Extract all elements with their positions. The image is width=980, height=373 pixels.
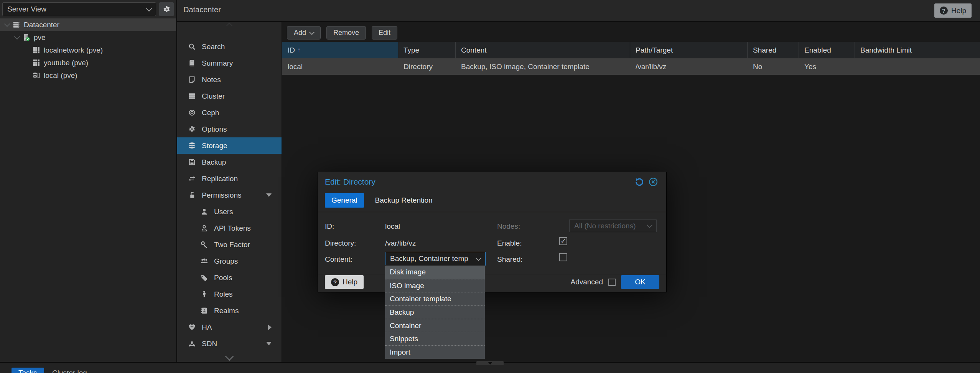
tree-settings-button[interactable] <box>159 2 174 16</box>
page-title: Datacenter <box>183 5 221 14</box>
shared-checkbox[interactable] <box>559 253 567 261</box>
view-mode-value: Server View <box>7 5 46 13</box>
toolbar-button-edit[interactable]: Edit <box>372 26 397 40</box>
nav-item-ha[interactable]: HA <box>177 319 282 335</box>
network-icon <box>31 59 41 67</box>
nav-item-label: Roles <box>214 290 233 299</box>
dropdown-option-disk-image[interactable]: Disk image <box>385 266 485 279</box>
sort-asc-icon: ↑ <box>297 46 301 54</box>
column-header-id[interactable]: ID↑ <box>282 42 398 58</box>
nav-item-label: Permissions <box>202 191 241 200</box>
tree-item-label: local (pve) <box>44 71 77 80</box>
tree-item-datacenter[interactable]: Datacenter <box>0 18 176 31</box>
column-header-enabled[interactable]: Enabled <box>799 42 855 58</box>
help-button[interactable]: ? Help <box>934 3 972 18</box>
nav-item-sdn[interactable]: SDN <box>177 335 282 352</box>
view-mode-select[interactable]: Server View <box>2 2 156 16</box>
enable-label: Enable: <box>497 239 522 248</box>
table-row-local[interactable]: localDirectoryBackup, ISO image, Contain… <box>282 58 980 75</box>
nav-item-search[interactable]: Search <box>177 38 282 55</box>
tree-item-localnetwork-pve[interactable]: localnetwork (pve) <box>0 44 176 56</box>
tree-item-youtube-pve[interactable]: youtube (pve) <box>0 56 176 69</box>
tree-item-pve[interactable]: pve <box>0 31 176 44</box>
column-header-content[interactable]: Content <box>456 42 630 58</box>
column-header-label: Enabled <box>804 46 831 54</box>
nav-scroll-down-icon[interactable] <box>225 352 234 361</box>
toolbar-button-add[interactable]: Add <box>287 26 321 40</box>
nav-item-label: Backup <box>202 158 226 167</box>
nav-item-replication[interactable]: Replication <box>177 170 282 187</box>
dropdown-option-iso-image[interactable]: ISO image <box>385 279 485 292</box>
column-header-bandwidth-limit[interactable]: Bandwidth Limit <box>855 42 980 58</box>
person-icon <box>199 290 209 299</box>
nav-item-label: Pools <box>214 274 232 282</box>
expand-chevron-icon <box>12 36 21 39</box>
nav-item-label: Options <box>202 125 227 134</box>
tab-divider <box>318 212 666 212</box>
nav-item-options[interactable]: Options <box>177 121 282 137</box>
toolbar-button-remove[interactable]: Remove <box>326 26 366 40</box>
column-header-type[interactable]: Type <box>398 42 456 58</box>
nav-item-permissions[interactable]: Permissions <box>177 187 282 203</box>
gear-icon <box>187 125 196 134</box>
dropdown-option-import[interactable]: Import <box>385 345 485 359</box>
dropdown-option-container[interactable]: Container <box>385 319 485 332</box>
nav-item-backup[interactable]: Backup <box>177 154 282 170</box>
column-header-shared[interactable]: Shared <box>748 42 799 58</box>
cluster-icon <box>187 92 196 101</box>
column-header-label: Content <box>461 46 487 54</box>
left-panel: Server View Datacenterpvelocalnetwork (p… <box>0 0 177 363</box>
dropdown-scroll-down[interactable] <box>476 361 504 365</box>
dropdown-option-container-template[interactable]: Container template <box>385 292 485 305</box>
advanced-checkbox[interactable] <box>608 279 616 286</box>
nav-item-label: Replication <box>202 175 238 183</box>
status-tab-cluster-log[interactable]: Cluster log <box>45 368 94 373</box>
nav-item-roles[interactable]: Roles <box>177 286 282 302</box>
nav-item-realms[interactable]: Realms <box>177 302 282 319</box>
server-icon <box>12 21 21 29</box>
content-combobox[interactable]: Backup, Container temp <box>385 252 486 266</box>
nav-item-cluster[interactable]: Cluster <box>177 88 282 104</box>
toolbar-button-label: Remove <box>333 29 359 37</box>
nav-item-users[interactable]: Users <box>177 203 282 220</box>
column-header-path-target[interactable]: Path/Target <box>630 42 748 58</box>
nav-item-two-factor[interactable]: Two Factor <box>177 236 282 253</box>
dialog-help-label: Help <box>343 278 357 286</box>
nav-item-storage[interactable]: Storage <box>177 137 282 154</box>
directory-value: /var/lib/vz <box>385 239 416 248</box>
database-icon <box>187 142 196 150</box>
dropdown-option-snippets[interactable]: Snippets <box>385 332 485 345</box>
nav-item-ceph[interactable]: Ceph <box>177 104 282 121</box>
tab-backup-retention[interactable]: Backup Retention <box>369 193 439 208</box>
key-icon <box>199 241 209 249</box>
users-icon <box>199 257 209 266</box>
question-icon: ? <box>940 7 948 15</box>
nav-item-pools[interactable]: Pools <box>177 269 282 286</box>
undo-icon[interactable] <box>635 177 645 187</box>
dialog-help-button[interactable]: ? Help <box>325 275 364 289</box>
content-label: Content: <box>325 255 352 264</box>
tree-item-local-pve[interactable]: local (pve) <box>0 69 176 82</box>
content-header: Datacenter ? Help <box>177 0 980 22</box>
nav-item-groups[interactable]: Groups <box>177 253 282 269</box>
close-icon[interactable] <box>649 177 659 187</box>
id-value: local <box>385 222 400 231</box>
tab-general[interactable]: General <box>325 193 364 208</box>
nav-item-label: Realms <box>214 307 239 315</box>
tree-item-label: Datacenter <box>24 21 59 29</box>
nav-item-summary[interactable]: Summary <box>177 55 282 71</box>
nav-item-label: HA <box>202 323 212 332</box>
nav-item-api-tokens[interactable]: API Tokens <box>177 220 282 236</box>
ok-button[interactable]: OK <box>621 275 659 289</box>
nav-item-label: Users <box>214 208 233 216</box>
nav-scroll-up-icon <box>226 23 232 29</box>
status-tab-tasks[interactable]: Tasks <box>12 368 44 373</box>
nav-item-label: Ceph <box>202 109 219 117</box>
toolbar-button-label: Add <box>294 29 306 37</box>
cell-bandwidth-limit <box>855 58 980 75</box>
nav-item-label: Storage <box>202 142 227 150</box>
dropdown-option-backup[interactable]: Backup <box>385 305 485 319</box>
directory-label: Directory: <box>325 239 356 248</box>
enable-checkbox[interactable]: ✓ <box>559 237 567 245</box>
nav-item-notes[interactable]: Notes <box>177 71 282 88</box>
